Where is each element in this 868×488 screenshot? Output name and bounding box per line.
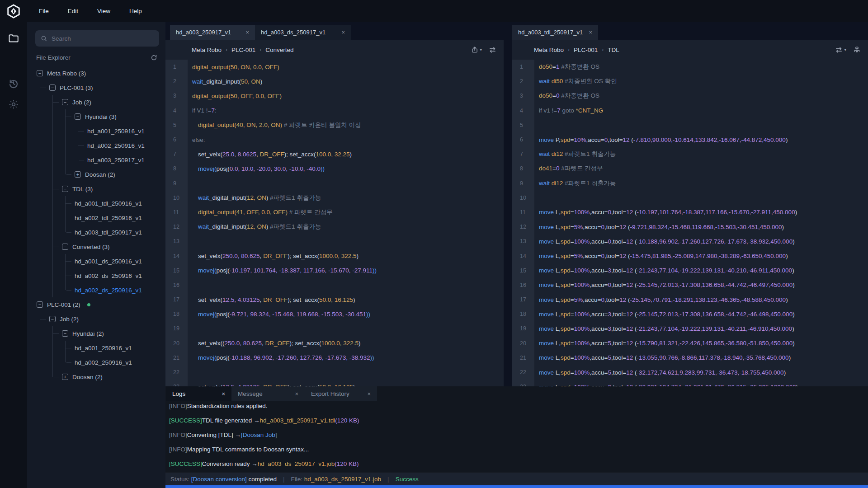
code-line[interactable]: 18movej(posj(-9.721, 98.324, -15.468, 11… [165, 307, 504, 321]
tree-folder-meta-robo[interactable]: −Meta Robo (3) [37, 66, 165, 80]
code-line[interactable]: 3digital_output(50, OFF, 0.0, OFF) [165, 89, 504, 103]
code-line[interactable]: 6else: [165, 132, 504, 147]
code-line[interactable]: 11digital_output(41, OFF, 0.0, OFF) # 파렛… [165, 205, 504, 220]
close-icon[interactable]: × [295, 390, 298, 397]
code-line[interactable]: 12move L,spd=5%,accu=0,tool=12 (-9.721,9… [512, 220, 868, 234]
tree-file-hd-a001-250916-v1[interactable]: hd_a001_250916_v1 [87, 124, 165, 138]
export-icon[interactable]: ▾ [471, 46, 482, 53]
code-line[interactable]: 22 [165, 365, 504, 380]
code-line[interactable]: 1digital_output(50, ON, 0.0, OFF) [165, 60, 504, 74]
tree-file-hd-a002-ds-250916-v1[interactable]: hd_a002_ds_250916_v1 [75, 268, 165, 283]
collapse-icon[interactable]: − [75, 113, 81, 120]
tree-file-hd-a001-250916-v1[interactable]: hd_a001_250916_v1 [75, 341, 165, 355]
code-line[interactable]: 5digital_output(40, ON, 2.0, ON) # 파렛트 카… [165, 118, 504, 132]
code-line[interactable]: 23move L,spd=100%,accu=0,tool=12 (-82.93… [512, 380, 868, 386]
code-line[interactable]: 17move L,spd=5%,accu=0,tool=12 (-25.145,… [512, 292, 868, 307]
code-line[interactable]: 10 [512, 191, 868, 205]
tree-file-hd-a002-tdl-250916-v1[interactable]: hd_a002_tdl_250916_v1 [75, 211, 165, 225]
tree-folder-converted[interactable]: −Converted (3) [62, 239, 165, 254]
search-input[interactable] [52, 35, 154, 42]
breadcrumb-segment[interactable]: Converted [265, 47, 293, 53]
tree-folder-doosan[interactable]: +Doosan (2) [62, 370, 165, 384]
swap-icon[interactable] [489, 46, 496, 54]
code-line[interactable]: 22move L,spd=100%,accu=5,tool=12 (-32.17… [512, 365, 868, 380]
code-line[interactable]: 9wait di12 #파렛트1 취출가능 [512, 176, 868, 191]
printer-icon[interactable] [853, 46, 861, 54]
code-line[interactable]: 7wait di12 #파렛트1 취출가능 [512, 147, 868, 161]
breadcrumb-segment[interactable]: TDL [608, 47, 619, 53]
code-line[interactable]: 6move P,spd=10%,accu=0,tool=12 (-7.810,9… [512, 132, 868, 147]
code-line[interactable]: 5 [512, 118, 868, 132]
breadcrumb-segment[interactable]: Meta Robo [192, 47, 222, 53]
editor-tab-hd_a003_tdl_250917_v1[interactable]: hd_a003_tdl_250917_v1× [512, 25, 598, 40]
code-line[interactable]: 21movej(posj(-10.188, 96.902, -17.260, 1… [165, 351, 504, 365]
tree-file-hd-a002-ds-250916-v1[interactable]: hd_a002_ds_250916_v1 [75, 283, 165, 297]
collapse-icon[interactable]: − [37, 70, 43, 76]
code-line[interactable]: 8movej(posj(0.0, 10.0, -20.0, 30.0, -10.… [165, 161, 504, 176]
code-line[interactable]: 14set_velx(250.0, 80.625, DR_OFF); set_a… [165, 249, 504, 263]
collapse-icon[interactable]: − [62, 330, 68, 337]
code-line[interactable]: 2wait di50 #차종변환 OS 확인 [512, 74, 868, 89]
close-icon[interactable]: × [222, 390, 225, 397]
tree-folder-job[interactable]: −Job (2) [62, 95, 165, 109]
code-line[interactable]: 10wait_digital_input(12, ON) #파렛트1 취출가능 [165, 191, 504, 205]
code-line[interactable]: 21move L,spd=100%,accu=5,tool=12 (-13.05… [512, 351, 868, 365]
history-icon[interactable] [0, 75, 27, 93]
collapse-icon[interactable]: − [37, 301, 43, 308]
expand-icon[interactable]: + [62, 374, 68, 380]
code-line[interactable]: 23set_velx(12.5, 4.03125, DR_OFF); set_a… [165, 380, 504, 386]
tree-folder-tdl[interactable]: −TDL (3) [62, 182, 165, 196]
code-line[interactable]: 20move L,spd=100%,accu=5,tool=12 (-15.79… [512, 336, 868, 351]
menu-item-file[interactable]: File [39, 8, 49, 14]
code-line[interactable]: 16 [165, 278, 504, 292]
code-line[interactable]: 4if v1 !=7 goto *CNT_NG [512, 103, 868, 118]
breadcrumb-segment[interactable]: PLC-001 [231, 47, 255, 53]
collapse-icon[interactable]: − [62, 244, 68, 250]
breadcrumb-segment[interactable]: PLC-001 [574, 47, 598, 53]
tree-folder-hyundai[interactable]: −Hyundai (2) [62, 326, 165, 341]
code-line[interactable]: 18move L,spd=100%,accu=3,tool=12 (-25.14… [512, 307, 868, 321]
code-line[interactable]: 14move L,spd=5%,accu=0,tool=12 (-15.475,… [512, 249, 868, 263]
code-line[interactable]: 8do41=0 #파렛트 간섭무 [512, 161, 868, 176]
code-line[interactable]: 17set_velx(12.5, 4.03125, DR_OFF); set_a… [165, 292, 504, 307]
editor-tab-hd_a003_250917_v1[interactable]: hd_a003_250917_v1× [170, 25, 255, 40]
refresh-icon[interactable] [151, 54, 157, 61]
code-editor[interactable]: 1do50=1 #차종변환 OS2wait di50 #차종변환 OS 확인3d… [512, 60, 868, 386]
tree-folder-hyundai[interactable]: −Hyundai (3) [75, 109, 165, 124]
code-line[interactable]: 7set_velx(25.0, 8.0625, DR_OFF); set_acc… [165, 147, 504, 161]
tree-folder-doosan[interactable]: +Doosan (2) [75, 167, 165, 182]
code-line[interactable]: 11move L,spd=100%,accu=0,tool=12 (-10.19… [512, 205, 868, 220]
collapse-icon[interactable]: − [49, 84, 56, 91]
code-line[interactable]: 2wait_digital_input(50, ON) [165, 74, 504, 89]
code-line[interactable]: 15movej(posj(-10.197, 101.764, -18.387, … [165, 263, 504, 278]
code-line[interactable]: 13 [165, 234, 504, 249]
code-line[interactable]: 15move L,spd=100%,accu=3,tool=12 (-21.24… [512, 263, 868, 278]
tree-file-hd-a002-250916-v1[interactable]: hd_a002_250916_v1 [75, 355, 165, 370]
menu-item-edit[interactable]: Edit [68, 8, 78, 14]
code-line[interactable]: 20set_velx((250.0, 80.625, DR_OFF); set_… [165, 336, 504, 351]
breadcrumb-segment[interactable]: Meta Robo [534, 47, 564, 53]
collapse-icon[interactable]: − [62, 186, 68, 192]
tree-file-hd-a001-tdl-250916-v1[interactable]: hd_a001_tdl_250916_v1 [75, 196, 165, 211]
close-icon[interactable]: × [589, 29, 592, 36]
code-line[interactable]: 19 [165, 321, 504, 336]
code-line[interactable]: 16move L,spd=100%,accu=0,tool=12 (-25.14… [512, 278, 868, 292]
tree-folder-job[interactable]: −Job (2) [49, 312, 165, 326]
tree-folder-plc-001[interactable]: −PLC-001 (3) [49, 80, 165, 95]
tree-folder-plc-001[interactable]: −PLC-001 (2) [37, 297, 165, 312]
collapse-icon[interactable]: − [62, 99, 68, 105]
code-line[interactable]: 19move L,spd=100%,accu=3,tool=12 (-21.24… [512, 321, 868, 336]
menu-item-help[interactable]: Help [129, 8, 142, 14]
tree-file-hd-a001-ds-250916-v1[interactable]: hd_a001_ds_250916_v1 [75, 254, 165, 268]
code-line[interactable]: 4if V1 !=7: [165, 103, 504, 118]
tree-file-hd-a003-tdl-250917-v1[interactable]: hd_a003_tdl_250917_v1 [75, 225, 165, 239]
gear-icon[interactable] [0, 95, 27, 113]
code-line[interactable]: 13move L,spd=100%,accu=0,tool=12 (-10.18… [512, 234, 868, 249]
tree-file-hd-a003-250917-v1[interactable]: hd_a003_250917_v1 [87, 153, 165, 167]
expand-icon[interactable]: + [75, 171, 81, 178]
code-line[interactable]: 9 [165, 176, 504, 191]
folder-icon[interactable] [0, 29, 27, 47]
search-box[interactable] [35, 30, 159, 47]
editor-tab-hd_a003_ds_250917_v1[interactable]: hd_a003_ds_250917_v1× [255, 25, 351, 40]
swap-icon[interactable]: ▾ [835, 46, 846, 54]
